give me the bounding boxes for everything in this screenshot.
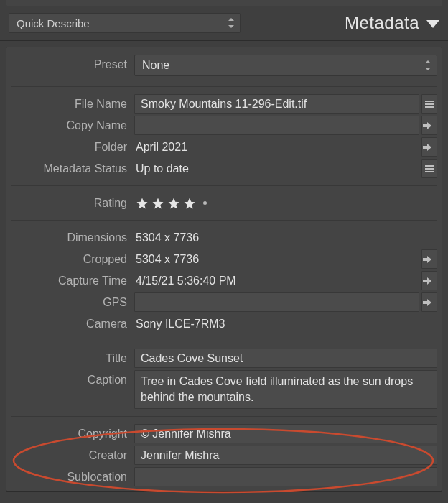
- sublocation-field[interactable]: [134, 467, 437, 486]
- goto-arrow-icon: [427, 144, 431, 151]
- title-field[interactable]: Cades Cove Sunset: [134, 349, 437, 368]
- goto-arrow-icon: [427, 122, 431, 129]
- file-name-field[interactable]: Smoky Mountains 11-296-Edit.tif: [134, 94, 419, 114]
- title-label: Title: [11, 349, 134, 368]
- caption-label: Caption: [11, 370, 134, 409]
- rating-stars[interactable]: [134, 193, 207, 213]
- star-icon: [151, 197, 164, 210]
- metadata-status-value: Up to date: [134, 159, 419, 178]
- creator-field[interactable]: Jennifer Mishra: [134, 446, 437, 465]
- goto-arrow-icon: [427, 277, 431, 285]
- dimensions-label: Dimensions: [11, 228, 134, 247]
- previous-panel-footer: [6, 0, 442, 6]
- stepper-arrows-icon: [424, 60, 432, 71]
- preset-dropdown[interactable]: None: [134, 55, 437, 76]
- goto-arrow-icon: [427, 299, 431, 306]
- file-name-label: File Name: [11, 94, 134, 114]
- metadata-template-value: Quick Describe: [17, 17, 90, 29]
- camera-value: Sony ILCE-7RM3: [134, 314, 437, 333]
- rating-label: Rating: [11, 193, 134, 213]
- copy-name-label: Copy Name: [11, 116, 134, 135]
- dimensions-value: 5304 x 7736: [134, 228, 437, 247]
- copy-name-action[interactable]: [421, 116, 437, 135]
- separator: [11, 86, 437, 87]
- metadata-body: Preset None File Name Smoky Mountains 11…: [6, 47, 442, 492]
- metadata-panel: Quick Describe Metadata Preset None File…: [0, 0, 448, 492]
- gps-label: GPS: [11, 292, 134, 312]
- caption-field[interactable]: Tree in Cades Cove field illuminated as …: [134, 370, 437, 409]
- separator: [11, 416, 437, 417]
- creator-label: Creator: [11, 446, 134, 465]
- folder-action[interactable]: [421, 137, 437, 157]
- copy-name-field[interactable]: [134, 116, 419, 135]
- separator: [11, 220, 437, 221]
- copyright-field[interactable]: © Jennifer Mishra: [134, 424, 437, 443]
- rating-dot-icon: [203, 201, 207, 205]
- gps-action[interactable]: [421, 292, 437, 312]
- list-icon: [425, 101, 434, 108]
- preset-value: None: [142, 59, 169, 72]
- sublocation-label: Sublocation: [11, 467, 134, 486]
- panel-title: Metadata: [241, 13, 426, 33]
- disclosure-triangle-icon[interactable]: [426, 20, 439, 28]
- separator: [11, 341, 437, 341]
- gps-field[interactable]: [134, 292, 419, 312]
- capture-time-label: Capture Time: [11, 271, 134, 290]
- metadata-template-dropdown[interactable]: Quick Describe: [9, 13, 241, 33]
- preset-label: Preset: [11, 55, 134, 76]
- star-icon: [183, 197, 196, 210]
- file-name-action[interactable]: [421, 94, 437, 114]
- capture-time-value: 4/15/21 5:36:40 PM: [134, 271, 419, 290]
- folder-label: Folder: [11, 137, 134, 157]
- camera-label: Camera: [11, 314, 134, 333]
- stepper-arrows-icon: [227, 17, 235, 29]
- panel-header: Quick Describe Metadata: [0, 9, 448, 41]
- metadata-status-action[interactable]: [421, 159, 437, 178]
- list-icon: [425, 165, 434, 172]
- cropped-action[interactable]: [421, 249, 437, 269]
- folder-value: April 2021: [134, 137, 419, 157]
- separator: [11, 185, 437, 186]
- star-icon: [136, 197, 149, 210]
- goto-arrow-icon: [427, 256, 431, 263]
- cropped-label: Cropped: [11, 249, 134, 269]
- capture-time-action[interactable]: [421, 271, 437, 290]
- cropped-value: 5304 x 7736: [134, 249, 419, 269]
- metadata-status-label: Metadata Status: [11, 159, 134, 178]
- star-icon: [167, 197, 180, 210]
- copyright-label: Copyright: [11, 424, 134, 443]
